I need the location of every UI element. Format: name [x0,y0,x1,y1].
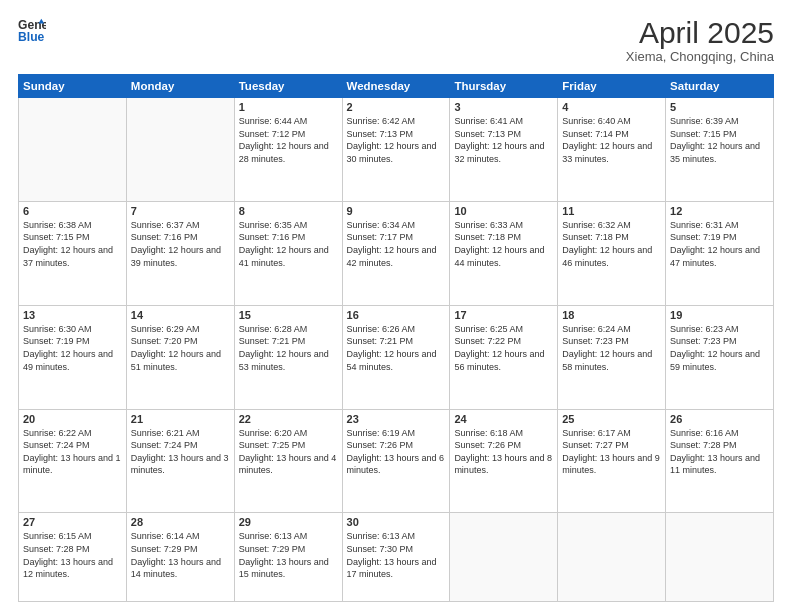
day-number: 24 [454,413,553,425]
day-info: Sunrise: 6:23 AM Sunset: 7:23 PM Dayligh… [670,323,769,373]
day-info: Sunrise: 6:22 AM Sunset: 7:24 PM Dayligh… [23,427,122,477]
day-info: Sunrise: 6:18 AM Sunset: 7:26 PM Dayligh… [454,427,553,477]
table-row: 24Sunrise: 6:18 AM Sunset: 7:26 PM Dayli… [450,409,558,513]
day-number: 22 [239,413,338,425]
table-row: 8Sunrise: 6:35 AM Sunset: 7:16 PM Daylig… [234,201,342,305]
table-row: 14Sunrise: 6:29 AM Sunset: 7:20 PM Dayli… [126,305,234,409]
day-number: 14 [131,309,230,321]
table-row: 3Sunrise: 6:41 AM Sunset: 7:13 PM Daylig… [450,98,558,202]
calendar-row: 20Sunrise: 6:22 AM Sunset: 7:24 PM Dayli… [19,409,774,513]
day-number: 25 [562,413,661,425]
day-number: 4 [562,101,661,113]
day-info: Sunrise: 6:14 AM Sunset: 7:29 PM Dayligh… [131,530,230,580]
day-info: Sunrise: 6:30 AM Sunset: 7:19 PM Dayligh… [23,323,122,373]
table-row: 5Sunrise: 6:39 AM Sunset: 7:15 PM Daylig… [666,98,774,202]
day-number: 6 [23,205,122,217]
day-number: 5 [670,101,769,113]
calendar-row: 13Sunrise: 6:30 AM Sunset: 7:19 PM Dayli… [19,305,774,409]
day-number: 26 [670,413,769,425]
table-row: 27Sunrise: 6:15 AM Sunset: 7:28 PM Dayli… [19,513,127,602]
day-number: 2 [347,101,446,113]
day-info: Sunrise: 6:33 AM Sunset: 7:18 PM Dayligh… [454,219,553,269]
day-info: Sunrise: 6:15 AM Sunset: 7:28 PM Dayligh… [23,530,122,580]
calendar-row: 27Sunrise: 6:15 AM Sunset: 7:28 PM Dayli… [19,513,774,602]
day-info: Sunrise: 6:24 AM Sunset: 7:23 PM Dayligh… [562,323,661,373]
header-friday: Friday [558,75,666,98]
day-info: Sunrise: 6:34 AM Sunset: 7:17 PM Dayligh… [347,219,446,269]
day-info: Sunrise: 6:29 AM Sunset: 7:20 PM Dayligh… [131,323,230,373]
day-info: Sunrise: 6:39 AM Sunset: 7:15 PM Dayligh… [670,115,769,165]
svg-text:Blue: Blue [18,30,45,44]
table-row: 19Sunrise: 6:23 AM Sunset: 7:23 PM Dayli… [666,305,774,409]
main-title: April 2025 [626,16,774,49]
day-number: 15 [239,309,338,321]
header-saturday: Saturday [666,75,774,98]
day-info: Sunrise: 6:31 AM Sunset: 7:19 PM Dayligh… [670,219,769,269]
day-info: Sunrise: 6:37 AM Sunset: 7:16 PM Dayligh… [131,219,230,269]
day-number: 30 [347,516,446,528]
table-row: 13Sunrise: 6:30 AM Sunset: 7:19 PM Dayli… [19,305,127,409]
title-block: April 2025 Xiema, Chongqing, China [626,16,774,64]
table-row: 11Sunrise: 6:32 AM Sunset: 7:18 PM Dayli… [558,201,666,305]
day-info: Sunrise: 6:25 AM Sunset: 7:22 PM Dayligh… [454,323,553,373]
day-info: Sunrise: 6:40 AM Sunset: 7:14 PM Dayligh… [562,115,661,165]
table-row: 2Sunrise: 6:42 AM Sunset: 7:13 PM Daylig… [342,98,450,202]
day-number: 10 [454,205,553,217]
day-info: Sunrise: 6:42 AM Sunset: 7:13 PM Dayligh… [347,115,446,165]
day-number: 8 [239,205,338,217]
day-info: Sunrise: 6:17 AM Sunset: 7:27 PM Dayligh… [562,427,661,477]
day-number: 20 [23,413,122,425]
table-row: 26Sunrise: 6:16 AM Sunset: 7:28 PM Dayli… [666,409,774,513]
table-row: 21Sunrise: 6:21 AM Sunset: 7:24 PM Dayli… [126,409,234,513]
header-monday: Monday [126,75,234,98]
table-row: 25Sunrise: 6:17 AM Sunset: 7:27 PM Dayli… [558,409,666,513]
day-info: Sunrise: 6:20 AM Sunset: 7:25 PM Dayligh… [239,427,338,477]
table-row: 16Sunrise: 6:26 AM Sunset: 7:21 PM Dayli… [342,305,450,409]
day-info: Sunrise: 6:19 AM Sunset: 7:26 PM Dayligh… [347,427,446,477]
calendar-table: Sunday Monday Tuesday Wednesday Thursday… [18,74,774,602]
table-row: 12Sunrise: 6:31 AM Sunset: 7:19 PM Dayli… [666,201,774,305]
day-number: 29 [239,516,338,528]
header-wednesday: Wednesday [342,75,450,98]
day-number: 12 [670,205,769,217]
day-number: 9 [347,205,446,217]
day-info: Sunrise: 6:35 AM Sunset: 7:16 PM Dayligh… [239,219,338,269]
table-row [450,513,558,602]
day-info: Sunrise: 6:13 AM Sunset: 7:29 PM Dayligh… [239,530,338,580]
day-number: 27 [23,516,122,528]
day-info: Sunrise: 6:28 AM Sunset: 7:21 PM Dayligh… [239,323,338,373]
weekday-header-row: Sunday Monday Tuesday Wednesday Thursday… [19,75,774,98]
day-info: Sunrise: 6:16 AM Sunset: 7:28 PM Dayligh… [670,427,769,477]
day-info: Sunrise: 6:21 AM Sunset: 7:24 PM Dayligh… [131,427,230,477]
table-row: 9Sunrise: 6:34 AM Sunset: 7:17 PM Daylig… [342,201,450,305]
calendar-row: 1Sunrise: 6:44 AM Sunset: 7:12 PM Daylig… [19,98,774,202]
table-row: 15Sunrise: 6:28 AM Sunset: 7:21 PM Dayli… [234,305,342,409]
table-row: 10Sunrise: 6:33 AM Sunset: 7:18 PM Dayli… [450,201,558,305]
day-info: Sunrise: 6:32 AM Sunset: 7:18 PM Dayligh… [562,219,661,269]
table-row [558,513,666,602]
table-row: 30Sunrise: 6:13 AM Sunset: 7:30 PM Dayli… [342,513,450,602]
day-number: 17 [454,309,553,321]
table-row: 17Sunrise: 6:25 AM Sunset: 7:22 PM Dayli… [450,305,558,409]
table-row: 28Sunrise: 6:14 AM Sunset: 7:29 PM Dayli… [126,513,234,602]
day-info: Sunrise: 6:26 AM Sunset: 7:21 PM Dayligh… [347,323,446,373]
header-tuesday: Tuesday [234,75,342,98]
day-number: 18 [562,309,661,321]
day-number: 19 [670,309,769,321]
day-number: 3 [454,101,553,113]
table-row: 18Sunrise: 6:24 AM Sunset: 7:23 PM Dayli… [558,305,666,409]
table-row: 4Sunrise: 6:40 AM Sunset: 7:14 PM Daylig… [558,98,666,202]
table-row [19,98,127,202]
page-header: General Blue April 2025 Xiema, Chongqing… [18,16,774,64]
table-row: 29Sunrise: 6:13 AM Sunset: 7:29 PM Dayli… [234,513,342,602]
day-info: Sunrise: 6:13 AM Sunset: 7:30 PM Dayligh… [347,530,446,580]
calendar-row: 6Sunrise: 6:38 AM Sunset: 7:15 PM Daylig… [19,201,774,305]
logo-icon: General Blue [18,16,46,44]
table-row: 22Sunrise: 6:20 AM Sunset: 7:25 PM Dayli… [234,409,342,513]
table-row: 23Sunrise: 6:19 AM Sunset: 7:26 PM Dayli… [342,409,450,513]
day-info: Sunrise: 6:41 AM Sunset: 7:13 PM Dayligh… [454,115,553,165]
day-number: 23 [347,413,446,425]
day-number: 28 [131,516,230,528]
day-info: Sunrise: 6:38 AM Sunset: 7:15 PM Dayligh… [23,219,122,269]
day-number: 11 [562,205,661,217]
